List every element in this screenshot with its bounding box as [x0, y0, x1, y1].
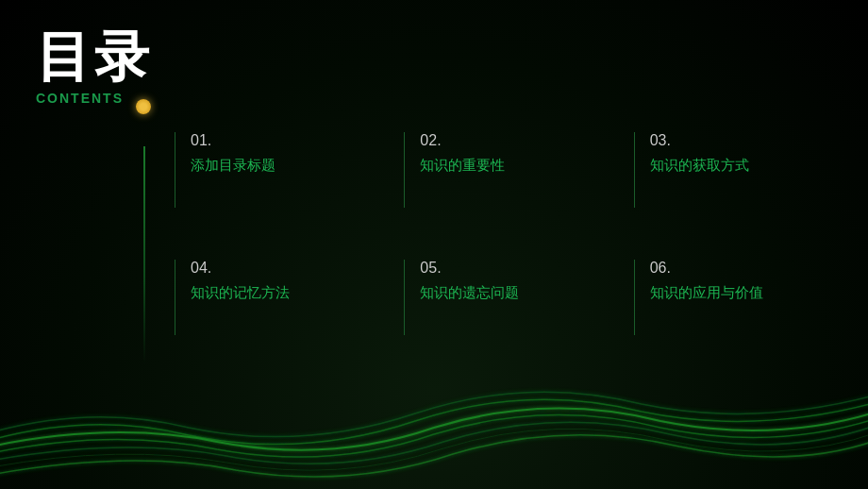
item-03-title: 知识的获取方式: [650, 155, 848, 177]
item-04-title: 知识的记忆方法: [191, 282, 389, 304]
item-03: 03. 知识的获取方式: [634, 132, 863, 208]
item-04-number: 04.: [191, 260, 389, 277]
item-02-title: 知识的重要性: [420, 155, 618, 177]
page-title: 目录: [36, 26, 153, 87]
contents-label: CONTENTS: [36, 91, 153, 106]
item-06-number: 06.: [650, 260, 848, 277]
item-06: 06. 知识的应用与价值: [634, 260, 863, 335]
item-01-number: 01.: [191, 132, 389, 149]
items-bottom-row: 04. 知识的记忆方法 05. 知识的遗忘问题 06. 知识的应用与价值: [175, 260, 863, 335]
item-01: 01. 添加目录标题: [175, 132, 404, 208]
item-06-title: 知识的应用与价值: [650, 282, 773, 304]
item-04: 04. 知识的记忆方法: [175, 260, 404, 335]
item-02-number: 02.: [420, 132, 618, 149]
items-top-row: 01. 添加目录标题 02. 知识的重要性 03. 知识的获取方式: [175, 132, 863, 208]
item-05-title: 知识的遗忘问题: [420, 282, 618, 304]
item-03-number: 03.: [650, 132, 848, 149]
item-05: 05. 知识的遗忘问题: [404, 260, 633, 335]
timeline-dot: [136, 99, 151, 114]
item-05-number: 05.: [420, 260, 618, 277]
item-01-title: 添加目录标题: [191, 155, 389, 177]
timeline-line: [143, 146, 145, 363]
item-02: 02. 知识的重要性: [404, 132, 633, 208]
